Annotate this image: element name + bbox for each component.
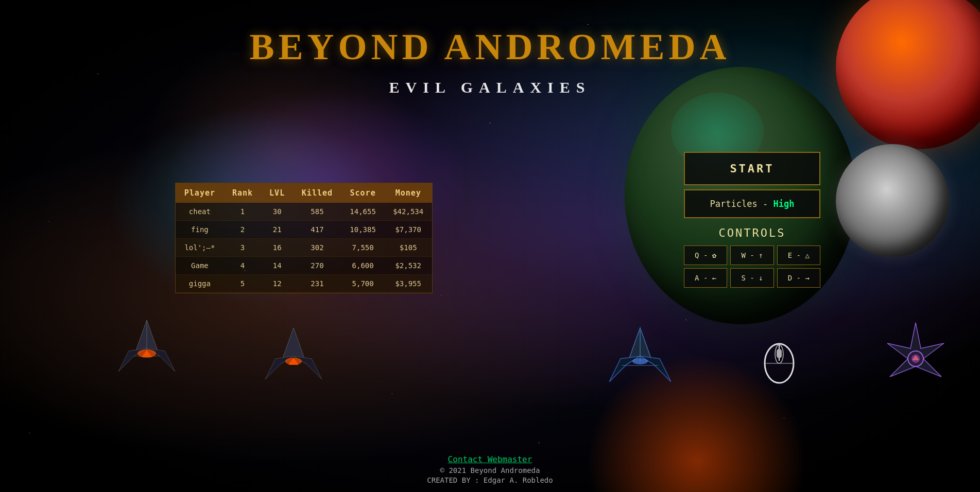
cell-money: $2,532 — [384, 257, 432, 275]
main-content: BEYOND ANDROMEDA EVIL GALAXIES Player Ra… — [0, 0, 980, 492]
cell-rank: 1 — [224, 203, 261, 221]
leaderboard-container: Player Rank LVL Killed Score Money cheat… — [175, 183, 433, 293]
table-row: fing22141710,385$7,370 — [176, 221, 432, 239]
controls-title: CONTROLS — [684, 226, 820, 239]
cell-score: 7,550 — [341, 239, 385, 257]
ship-left — [113, 315, 180, 389]
cell-score: 14,655 — [341, 203, 385, 221]
cell-lvl: 30 — [261, 203, 293, 221]
controls-grid: Q - ✿ W - ↑ E - △ A - ← S - ↓ D - → — [684, 245, 820, 288]
cell-lvl: 21 — [261, 221, 293, 239]
cell-rank: 2 — [224, 221, 261, 239]
leaderboard-scroll[interactable]: Player Rank LVL Killed Score Money cheat… — [176, 183, 432, 293]
ship-center-right — [609, 325, 671, 394]
col-killed: Killed — [293, 183, 341, 203]
table-row: cheat13058514,655$42,534 — [176, 203, 432, 221]
control-a: A - ← — [684, 268, 727, 288]
cell-money: $42,534 — [384, 203, 432, 221]
cell-score: 6,600 — [341, 257, 385, 275]
particles-button[interactable]: Particles - High — [684, 189, 820, 218]
cell-killed: 302 — [293, 239, 341, 257]
table-row: lol';—*3163027,550$105 — [176, 239, 432, 257]
cell-lvl: 16 — [261, 239, 293, 257]
cell-killed: 231 — [293, 275, 341, 293]
control-d-label: D - → — [788, 274, 810, 282]
cell-player: lol';—* — [176, 239, 224, 257]
control-q-label: Q - ✿ — [695, 251, 716, 259]
mouse-icon — [761, 338, 797, 379]
control-s: S - ↓ — [730, 268, 773, 288]
cell-money: $7,370 — [384, 221, 432, 239]
control-w-label: W - ↑ — [741, 251, 763, 259]
control-d: D - → — [777, 268, 820, 288]
table-header-row: Player Rank LVL Killed Score Money — [176, 183, 432, 203]
control-e: E - △ — [777, 245, 820, 265]
control-e-label: E - △ — [788, 251, 810, 259]
cell-rank: 4 — [224, 257, 261, 275]
particles-label: Particles - — [710, 199, 773, 209]
cell-rank: 3 — [224, 239, 261, 257]
cell-money: $3,955 — [384, 275, 432, 293]
col-score: Score — [341, 183, 385, 203]
particles-value: High — [773, 199, 794, 209]
col-player: Player — [176, 183, 224, 203]
right-panel: START Particles - High CONTROLS Q - ✿ W … — [684, 152, 820, 288]
game-subtitle: EVIL GALAXIES — [0, 79, 980, 96]
cell-player: Game — [176, 257, 224, 275]
cell-money: $105 — [384, 239, 432, 257]
cell-player: fing — [176, 221, 224, 239]
svg-rect-4 — [777, 349, 782, 358]
ship-center — [263, 325, 324, 394]
cell-score: 10,385 — [341, 221, 385, 239]
col-lvl: LVL — [261, 183, 293, 203]
contact-link[interactable]: Contact Webmaster — [0, 454, 980, 464]
control-s-label: S - ↓ — [741, 274, 763, 282]
start-button[interactable]: START — [684, 152, 820, 185]
svg-point-22 — [632, 358, 648, 364]
col-rank: Rank — [224, 183, 261, 203]
table-row: gigga5122315,700$3,955 — [176, 275, 432, 293]
ship-right — [877, 320, 954, 410]
controls-section: CONTROLS Q - ✿ W - ↑ E - △ A - ← S - ↓ — [684, 226, 820, 288]
cell-killed: 585 — [293, 203, 341, 221]
control-q: Q - ✿ — [684, 245, 727, 265]
svg-point-26 — [912, 355, 920, 363]
svg-marker-23 — [887, 323, 944, 377]
cell-lvl: 14 — [261, 257, 293, 275]
cell-player: cheat — [176, 203, 224, 221]
copyright-text: © 2021 Beyond Andromeda — [0, 466, 980, 475]
game-title: BEYOND ANDROMEDA — [0, 0, 980, 68]
table-row: Game4142706,600$2,532 — [176, 257, 432, 275]
cell-killed: 417 — [293, 221, 341, 239]
col-money: Money — [384, 183, 432, 203]
created-by-text: CREATED BY : Edgar A. Robledo — [0, 476, 980, 484]
control-w: W - ↑ — [730, 245, 773, 265]
footer: Contact Webmaster © 2021 Beyond Andromed… — [0, 454, 980, 484]
control-a-label: A - ← — [695, 274, 716, 282]
cell-rank: 5 — [224, 275, 261, 293]
cell-score: 5,700 — [341, 275, 385, 293]
cell-lvl: 12 — [261, 275, 293, 293]
cell-killed: 270 — [293, 257, 341, 275]
leaderboard-table: Player Rank LVL Killed Score Money cheat… — [176, 183, 432, 293]
cell-player: gigga — [176, 275, 224, 293]
